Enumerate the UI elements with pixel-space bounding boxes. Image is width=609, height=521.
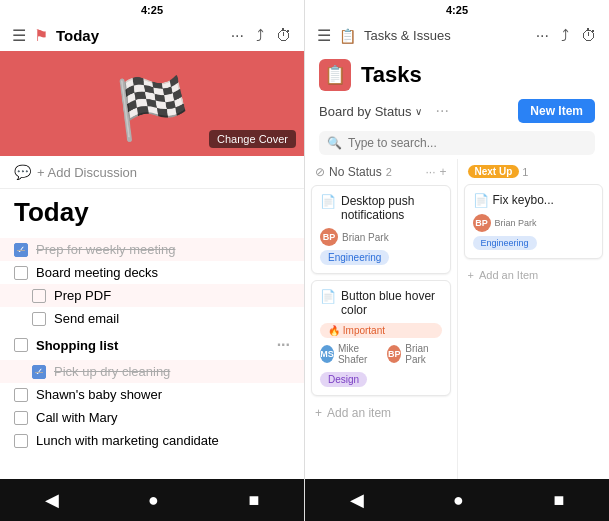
right-square-button[interactable]: ■: [553, 490, 564, 511]
right-status-time: 4:25: [446, 4, 468, 16]
column-header-next-up: Next Up 1: [464, 159, 604, 184]
board-controls: Board by Status ∨ ··· New Item: [305, 95, 609, 127]
checkbox[interactable]: [14, 388, 28, 402]
checkbox[interactable]: ✓: [32, 365, 46, 379]
checkbox[interactable]: [32, 289, 46, 303]
right-share-icon[interactable]: ⤴: [561, 27, 569, 45]
add-discussion-label: + Add Discussion: [37, 165, 137, 180]
task-label: Shopping list: [36, 338, 118, 353]
right-back-button[interactable]: ◀: [350, 489, 364, 511]
card-assignees: BP Brian Park: [473, 214, 595, 232]
left-status-time: 4:25: [141, 4, 163, 16]
next-up-column: Next Up 1 📄 Fix keybo... BP Brian Park E…: [457, 159, 610, 479]
discussion-icon: 💬: [14, 164, 31, 180]
task-more-icon[interactable]: ···: [277, 336, 290, 354]
add-item-label: Add an Item: [479, 269, 538, 281]
checkbox[interactable]: [14, 434, 28, 448]
right-top-bar-title: Tasks & Issues: [364, 28, 528, 43]
list-item[interactable]: ✓ Prep for weekly meeting: [0, 238, 304, 261]
assignee-name: Brian Park: [495, 218, 537, 228]
assignee-name: Mike Shafer: [338, 343, 379, 365]
right-top-bar: ☰ 📋 Tasks & Issues ··· ⤴ ⏱: [305, 20, 609, 51]
add-discussion-row[interactable]: 💬 + Add Discussion: [0, 156, 304, 189]
right-page-header: 📋 Tasks: [305, 51, 609, 95]
left-more-icon[interactable]: ···: [231, 27, 244, 45]
card-tag-engineering: Engineering: [473, 236, 537, 250]
board-more-icon[interactable]: ···: [436, 102, 449, 120]
checkbox[interactable]: [14, 411, 28, 425]
left-menu-icon[interactable]: ☰: [12, 26, 26, 45]
task-label: Prep PDF: [54, 288, 111, 303]
card[interactable]: 📄 Button blue hover color 🔥 Important MS…: [311, 280, 451, 396]
right-top-bar-icons: ··· ⤴ ⏱: [536, 27, 597, 45]
right-clock-icon[interactable]: ⏱: [581, 27, 597, 45]
list-item[interactable]: Call with Mary: [0, 406, 304, 429]
new-item-button[interactable]: New Item: [518, 99, 595, 123]
no-status-column: ⊘ No Status 2 ··· + 📄 Desktop push notif…: [305, 159, 457, 479]
right-status-bar: 4:25: [305, 0, 609, 20]
column-count: 2: [386, 166, 392, 178]
card-assignees: BP Brian Park: [320, 228, 442, 246]
board-label-text: Board by Status: [319, 104, 412, 119]
card-tag-important: 🔥 Important: [320, 323, 442, 338]
column-icon: ⊘: [315, 165, 325, 179]
checkbox[interactable]: [14, 338, 28, 352]
left-page-title: Today: [0, 189, 304, 234]
left-panel: 4:25 ☰ ⚑ Today ··· ⤴ ⏱ 🏁 Change Cover 💬 …: [0, 0, 305, 521]
avatar: MS: [320, 345, 334, 363]
card-tag-engineering: Engineering: [320, 250, 389, 265]
left-share-icon[interactable]: ⤴: [256, 27, 264, 45]
avatar: BP: [387, 345, 401, 363]
task-label: Board meeting decks: [36, 265, 158, 280]
task-list: ✓ Prep for weekly meeting Board meeting …: [0, 234, 304, 479]
left-home-button[interactable]: ●: [148, 490, 159, 511]
list-item[interactable]: Shawn's baby shower: [0, 383, 304, 406]
list-item[interactable]: Lunch with marketing candidate: [0, 429, 304, 452]
card-title: 📄 Button blue hover color: [320, 289, 442, 317]
task-label: Shawn's baby shower: [36, 387, 162, 402]
column-more-icon[interactable]: ···: [425, 165, 435, 179]
left-clock-icon[interactable]: ⏱: [276, 27, 292, 45]
list-item[interactable]: Prep PDF: [0, 284, 304, 307]
card[interactable]: 📄 Fix keybo... BP Brian Park Engineering: [464, 184, 604, 259]
left-back-button[interactable]: ◀: [45, 489, 59, 511]
next-up-badge: Next Up: [468, 165, 520, 178]
board-by-status-button[interactable]: Board by Status ∨: [319, 104, 422, 119]
card-title-text: Button blue hover color: [341, 289, 442, 317]
columns-area: ⊘ No Status 2 ··· + 📄 Desktop push notif…: [305, 159, 609, 479]
doc-icon: 📄: [320, 194, 336, 209]
column-count: 1: [522, 166, 528, 178]
left-top-bar: ☰ ⚑ Today ··· ⤴ ⏱: [0, 20, 304, 51]
chevron-down-icon: ∨: [415, 106, 422, 117]
list-item[interactable]: ✓ Pick up dry cleaning: [0, 360, 304, 383]
add-icon: +: [468, 269, 474, 281]
tasks-icon: 📋: [319, 59, 351, 91]
column-add-icon[interactable]: +: [439, 165, 446, 179]
add-icon: +: [315, 406, 322, 420]
checkbox[interactable]: [32, 312, 46, 326]
checkbox[interactable]: [14, 266, 28, 280]
list-item[interactable]: Board meeting decks: [0, 261, 304, 284]
change-cover-button[interactable]: Change Cover: [209, 130, 296, 148]
add-item-button[interactable]: + Add an Item: [464, 265, 604, 285]
left-square-button[interactable]: ■: [248, 490, 259, 511]
add-item-button[interactable]: + Add an item: [311, 402, 451, 424]
card-title: 📄 Desktop push notifications: [320, 194, 442, 222]
card[interactable]: 📄 Desktop push notifications BP Brian Pa…: [311, 185, 451, 274]
list-item[interactable]: Send email: [0, 307, 304, 330]
left-top-bar-icons: ··· ⤴ ⏱: [231, 27, 292, 45]
cover-flag-emoji: 🏁: [115, 73, 190, 144]
right-menu-icon[interactable]: ☰: [317, 26, 331, 45]
checkbox[interactable]: ✓: [14, 243, 28, 257]
right-more-icon[interactable]: ···: [536, 27, 549, 45]
search-bar: 🔍: [319, 131, 595, 155]
task-label: Send email: [54, 311, 119, 326]
right-home-button[interactable]: ●: [453, 490, 464, 511]
doc-icon: 📄: [473, 193, 489, 208]
left-bottom-nav: ◀ ● ■: [0, 479, 304, 521]
task-label: Prep for weekly meeting: [36, 242, 175, 257]
doc-icon: 📄: [320, 289, 336, 304]
right-page-icon: 📋: [339, 28, 356, 44]
tasks-page-title: Tasks: [361, 62, 422, 88]
search-input[interactable]: [348, 136, 587, 150]
